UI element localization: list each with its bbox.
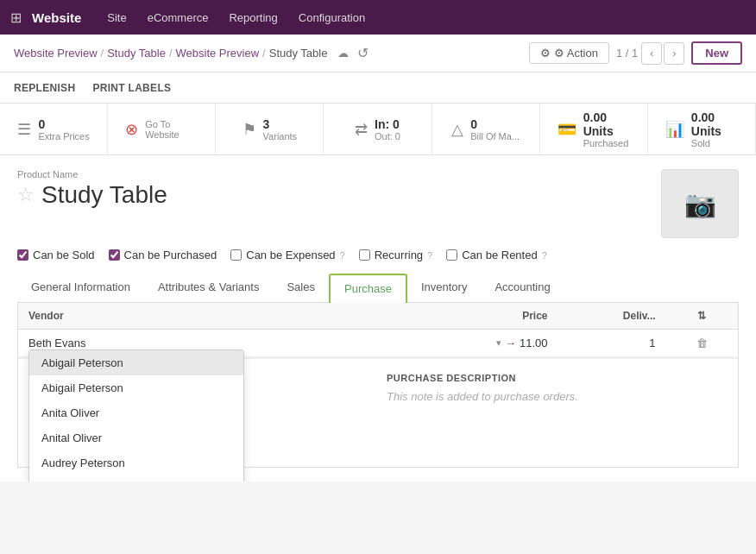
vendor-price-cell: ▾ → 11.00 bbox=[450, 330, 558, 357]
external-link-icon[interactable]: → bbox=[505, 337, 516, 349]
record-navigation: 1 / 1 ‹ › bbox=[616, 42, 684, 65]
prev-record-button[interactable]: ‹ bbox=[641, 42, 662, 65]
gear-icon: ⚙ bbox=[540, 47, 551, 60]
nav-reporting[interactable]: Reporting bbox=[220, 8, 286, 28]
rented-help-icon: ? bbox=[542, 250, 547, 261]
next-record-button[interactable]: › bbox=[664, 42, 684, 65]
transfer-icon: ⇄ bbox=[355, 120, 368, 139]
list-icon: ☰ bbox=[17, 120, 31, 139]
action-button[interactable]: ⚙ ⚙ Action bbox=[529, 42, 609, 64]
dropdown-item-5[interactable]: Audrey Peterson bbox=[29, 475, 243, 482]
bc-website-preview-2[interactable]: Website Preview bbox=[176, 47, 260, 60]
favorite-star-icon[interactable]: ☆ bbox=[17, 184, 35, 206]
dropdown-item-0[interactable]: Abigail Peterson bbox=[29, 350, 243, 375]
stat-units-purchased[interactable]: 💳 0.00 Units Purchased bbox=[540, 104, 648, 154]
dropdown-item-1[interactable]: Abigail Peterson bbox=[29, 375, 243, 400]
stat-bom[interactable]: △ 0 Bill Of Ma... bbox=[432, 104, 540, 154]
breadcrumb-bar: Website Preview / Study Table / Website … bbox=[0, 35, 756, 72]
settings-icon: ⇅ bbox=[697, 310, 706, 322]
vendor-price: 11.00 bbox=[520, 337, 548, 349]
breadcrumb: Website Preview / Study Table / Website … bbox=[14, 45, 369, 61]
vendor-row: Abigail Peterson Abigail Peterson Anita … bbox=[18, 330, 738, 357]
dropdown-arrow-icon[interactable]: ▾ bbox=[496, 337, 501, 349]
action-bar: REPLENISH PRINT LABELS bbox=[0, 72, 756, 104]
nav-site[interactable]: Site bbox=[98, 8, 135, 28]
product-name-label: Product Name bbox=[17, 169, 661, 179]
bc-website-preview-1[interactable]: Website Preview bbox=[14, 47, 98, 60]
col-header-vendor: Vendor bbox=[18, 303, 450, 330]
top-navigation: ⊞ Website Site eCommerce Reporting Confi… bbox=[0, 0, 756, 35]
app-name[interactable]: Website bbox=[32, 10, 81, 25]
stat-extra-prices[interactable]: ☰ 0 Extra Prices bbox=[0, 104, 108, 154]
stats-bar: ☰ 0 Extra Prices ⊗ Go To Website ⚑ 3 Var… bbox=[0, 104, 756, 155]
breadcrumb-right: ⚙ ⚙ Action 1 / 1 ‹ › New bbox=[529, 41, 742, 65]
vendor-table: Vendor Price Deliv... ⇅ Abigail Peterson bbox=[18, 303, 738, 357]
new-button[interactable]: New bbox=[691, 41, 742, 65]
nav-ecommerce[interactable]: eCommerce bbox=[139, 8, 217, 28]
vendor-input[interactable] bbox=[28, 337, 439, 349]
recurring-help-icon: ? bbox=[427, 250, 432, 261]
delete-vendor-icon[interactable]: 🗑 bbox=[696, 337, 708, 349]
option-can-rented[interactable]: Can be Rented ? bbox=[446, 249, 547, 261]
camera-icon: 📷 bbox=[684, 189, 716, 219]
product-name[interactable]: Study Table bbox=[41, 181, 167, 209]
replenish-button[interactable]: REPLENISH bbox=[14, 82, 75, 94]
stat-in-out[interactable]: ⇄ In: 0 Out: 0 bbox=[324, 104, 432, 154]
option-can-purchased[interactable]: Can be Purchased bbox=[109, 249, 217, 261]
dropdown-item-2[interactable]: Anita Oliver bbox=[29, 400, 243, 425]
sold-icon: 📊 bbox=[665, 120, 684, 139]
record-counter: 1 / 1 bbox=[616, 47, 638, 60]
nav-configuration[interactable]: Configuration bbox=[290, 8, 374, 28]
option-can-expensed[interactable]: Can be Expensed ? bbox=[230, 249, 344, 261]
option-can-sold[interactable]: Can be Sold bbox=[17, 249, 95, 261]
product-image[interactable]: 📷 bbox=[661, 169, 739, 238]
dropdown-item-3[interactable]: Anital Oliver bbox=[29, 425, 243, 450]
bc-study-table-2: Study Table bbox=[269, 47, 328, 60]
grid-icon[interactable]: ⊞ bbox=[10, 9, 22, 26]
product-tabs: General Information Attributes & Variant… bbox=[17, 274, 739, 303]
product-header: Product Name ☆ Study Table 📷 bbox=[17, 169, 739, 238]
print-labels-button[interactable]: PRINT LABELS bbox=[92, 82, 171, 94]
vendor-delete-cell: 🗑 bbox=[666, 330, 738, 357]
stat-units-sold[interactable]: 📊 0.00 Units Sold bbox=[648, 104, 756, 154]
tab-purchase[interactable]: Purchase bbox=[329, 274, 407, 303]
vendor-cell: Abigail Peterson Abigail Peterson Anita … bbox=[18, 330, 450, 357]
vendor-delivery-cell: 1 bbox=[558, 330, 666, 357]
vendor-dropdown-container: Abigail Peterson Abigail Peterson Anita … bbox=[28, 337, 439, 349]
tab-content-purchase: Vendor Price Deliv... ⇅ Abigail Peterson bbox=[17, 303, 739, 468]
product-options: Can be Sold Can be Purchased Can be Expe… bbox=[17, 249, 739, 261]
col-header-price: Price bbox=[450, 303, 558, 330]
main-content: Product Name ☆ Study Table 📷 Can be Sold… bbox=[0, 155, 756, 482]
col-header-settings[interactable]: ⇅ bbox=[666, 303, 738, 330]
bom-icon: △ bbox=[451, 120, 463, 139]
tab-accounting[interactable]: Accounting bbox=[481, 274, 564, 302]
website-icon: ⊗ bbox=[125, 120, 138, 139]
option-recurring[interactable]: Recurring ? bbox=[359, 249, 432, 261]
cloud-icon[interactable]: ☁ bbox=[337, 47, 349, 60]
purchase-desc-label: PURCHASE DESCRIPTION bbox=[387, 373, 728, 383]
bc-study-table-1[interactable]: Study Table bbox=[107, 47, 166, 60]
nav-arrows: ‹ › bbox=[641, 42, 684, 65]
stat-go-to-website[interactable]: ⊗ Go To Website bbox=[108, 104, 216, 154]
refresh-icon[interactable]: ↺ bbox=[357, 45, 369, 61]
product-info: Product Name ☆ Study Table bbox=[17, 169, 661, 209]
variants-icon: ⚑ bbox=[243, 120, 256, 139]
tab-sales[interactable]: Sales bbox=[273, 274, 329, 302]
vendor-delivery: 1 bbox=[649, 337, 655, 349]
lower-right-fields: PURCHASE DESCRIPTION This note is added … bbox=[387, 373, 728, 453]
purchased-icon: 💳 bbox=[558, 120, 576, 139]
stat-variants[interactable]: ⚑ 3 Variants bbox=[216, 104, 324, 154]
col-header-delivery: Deliv... bbox=[558, 303, 666, 330]
purchase-desc-note: This note is added to purchase orders. bbox=[387, 390, 728, 403]
tab-inventory[interactable]: Inventory bbox=[407, 274, 481, 302]
tab-general-information[interactable]: General Information bbox=[17, 274, 144, 302]
product-title: ☆ Study Table bbox=[17, 181, 661, 209]
vendor-dropdown-menu: Abigail Peterson Abigail Peterson Anita … bbox=[28, 349, 244, 482]
dropdown-item-4[interactable]: Audrey Peterson bbox=[29, 450, 243, 475]
expensed-help-icon: ? bbox=[340, 250, 345, 261]
tab-attributes-variants[interactable]: Attributes & Variants bbox=[144, 274, 274, 302]
